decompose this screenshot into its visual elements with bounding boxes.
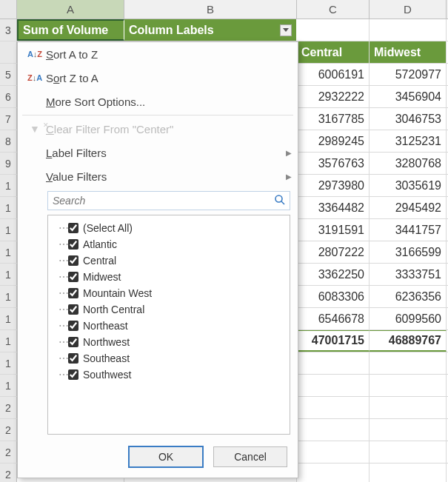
ok-button[interactable]: OK — [129, 446, 203, 467]
total-central[interactable]: 47001715 — [297, 330, 370, 352]
cell-d[interactable]: 3441757 — [370, 219, 447, 241]
rownum[interactable]: 6 — [0, 86, 17, 107]
cell-d[interactable]: 6099560 — [370, 308, 447, 329]
column-labels-dropdown-button[interactable] — [280, 24, 292, 36]
svg-marker-0 — [283, 28, 289, 32]
checklist-checkbox[interactable] — [68, 337, 78, 347]
col-header-a[interactable]: A — [17, 0, 124, 19]
cell-c[interactable]: 2989245 — [297, 130, 370, 152]
cell-d3[interactable] — [370, 19, 447, 41]
rownum[interactable]: 1 — [0, 175, 17, 196]
checklist-checkbox[interactable] — [68, 272, 78, 282]
cell-c[interactable]: 2932222 — [297, 86, 370, 107]
tree-dots-icon: ⋯ — [58, 352, 67, 364]
rownum[interactable]: 5 — [0, 64, 17, 85]
checklist-item[interactable]: ⋯Northeast — [51, 318, 287, 334]
column-labels-text: Column Labels — [129, 24, 214, 37]
checklist-item[interactable]: ⋯Central — [51, 252, 287, 269]
rownum[interactable]: 2 — [0, 419, 17, 441]
cell-d[interactable]: 3333751 — [370, 264, 447, 285]
rownum-3[interactable]: 3 — [0, 19, 17, 41]
cell-c[interactable]: 6083306 — [297, 286, 370, 307]
rownum[interactable]: 8 — [0, 130, 17, 152]
col-header-d[interactable]: D — [370, 0, 447, 19]
checklist-checkbox[interactable] — [68, 223, 78, 233]
col-header-b[interactable]: B — [124, 0, 297, 19]
filter-checklist[interactable]: ⋯(Select All)⋯Atlantic⋯Central⋯Midwest⋯M… — [47, 215, 290, 435]
cell-d[interactable]: 3166599 — [370, 241, 447, 263]
cell-d[interactable]: 3125231 — [370, 130, 447, 152]
cell-c[interactable]: 2973980 — [297, 175, 370, 196]
sort-a-to-z[interactable]: A↓Z Sort A to Z — [18, 42, 298, 66]
select-all-cell[interactable] — [0, 0, 17, 19]
cell-c[interactable]: 3362250 — [297, 264, 370, 285]
rownum[interactable]: 7 — [0, 108, 17, 130]
checklist-checkbox[interactable] — [68, 304, 78, 315]
column-labels-cell[interactable]: Column Labels — [124, 19, 297, 41]
cell-d[interactable]: 3035619 — [370, 175, 447, 196]
label-filters[interactable]: Label Filters ▶ — [18, 141, 298, 164]
cell-c[interactable]: 6546678 — [297, 308, 370, 329]
total-midwest[interactable]: 46889767 — [370, 330, 447, 352]
cell-c3[interactable] — [297, 19, 370, 41]
checklist-checkbox[interactable] — [68, 369, 78, 380]
checklist-label: Atlantic — [83, 238, 117, 250]
checklist-item[interactable]: ⋯Mountain West — [51, 285, 287, 301]
rownum-total[interactable]: 1 — [0, 330, 17, 352]
checklist-item[interactable]: ⋯(Select All) — [51, 220, 287, 236]
checklist-checkbox[interactable] — [68, 239, 78, 250]
rownum[interactable]: 2 — [0, 463, 17, 482]
cell-d[interactable]: 3280768 — [370, 153, 447, 174]
cell-c[interactable]: 3364482 — [297, 197, 370, 218]
rownum[interactable]: 2 — [0, 397, 17, 418]
cell-d[interactable]: 6236356 — [370, 286, 447, 307]
cell-d[interactable]: 5720977 — [370, 64, 447, 85]
checklist-checkbox[interactable] — [68, 353, 78, 364]
checklist-item[interactable]: ⋯Southwest — [51, 366, 287, 383]
subheader-midwest[interactable]: Midwest — [370, 41, 447, 63]
label-filters-label: Label Filters — [46, 147, 286, 159]
sum-of-label: Sum of Volume — [23, 24, 108, 37]
search-input[interactable] — [47, 191, 290, 210]
more-sort-options[interactable]: More Sort Options... — [18, 90, 298, 113]
value-filters[interactable]: Value Filters ▶ — [18, 164, 298, 188]
rownum[interactable]: 1 — [0, 197, 17, 218]
rownum[interactable]: 2 — [0, 441, 17, 463]
rownum[interactable]: 1 — [0, 219, 17, 241]
filter-search — [47, 191, 290, 210]
rownum[interactable]: 1 — [0, 375, 17, 396]
sum-of-field-cell[interactable]: Sum of Volume — [17, 19, 124, 41]
checklist-item[interactable]: ⋯Northwest — [51, 334, 287, 350]
tree-dots-icon: ⋯ — [58, 222, 67, 234]
cell-d[interactable]: 2945492 — [370, 197, 447, 218]
subheader-central[interactable]: Central — [297, 41, 370, 63]
rownum[interactable]: 9 — [0, 153, 17, 174]
cell-c[interactable]: 3167785 — [297, 108, 370, 130]
rownum-4[interactable] — [0, 41, 17, 63]
cancel-button[interactable]: Cancel — [213, 446, 287, 467]
cell-d[interactable]: 3456904 — [370, 86, 447, 107]
rownum[interactable]: 1 — [0, 241, 17, 263]
search-icon — [274, 194, 286, 209]
cell-c[interactable]: 6006191 — [297, 64, 370, 85]
col-header-c[interactable]: C — [297, 0, 370, 19]
value-filters-label: Value Filters — [46, 170, 286, 183]
checklist-item[interactable]: ⋯Midwest — [51, 269, 287, 285]
column-headers: A B C D — [0, 0, 448, 19]
rownum[interactable]: 1 — [0, 264, 17, 285]
cell-d[interactable]: 3046753 — [370, 108, 447, 130]
cell-c[interactable]: 2807222 — [297, 241, 370, 263]
checklist-checkbox[interactable] — [68, 255, 78, 266]
cell-c[interactable]: 3191591 — [297, 219, 370, 241]
rownum[interactable]: 1 — [0, 286, 17, 307]
sort-z-to-a[interactable]: Z↓A Sort Z to A — [18, 66, 298, 90]
cell-c[interactable]: 3576763 — [297, 153, 370, 174]
rownum[interactable]: 1 — [0, 352, 17, 374]
checklist-item[interactable]: ⋯Atlantic — [51, 236, 287, 252]
checklist-label: Southeast — [83, 352, 130, 364]
checklist-item[interactable]: ⋯Southeast — [51, 350, 287, 366]
checklist-checkbox[interactable] — [68, 288, 78, 298]
checklist-item[interactable]: ⋯North Central — [51, 301, 287, 318]
checklist-checkbox[interactable] — [68, 321, 78, 331]
rownum[interactable]: 1 — [0, 308, 17, 329]
